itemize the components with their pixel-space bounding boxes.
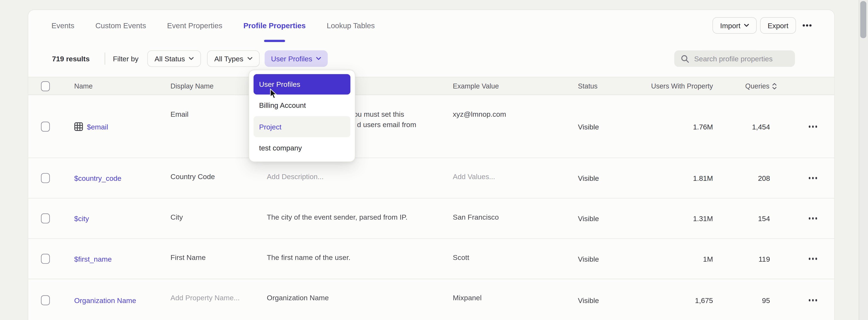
- row-checkbox[interactable]: [41, 173, 50, 183]
- users-with-property-cell: 1M: [647, 239, 713, 279]
- example-value-cell[interactable]: xyz@lmnop.com: [453, 96, 578, 158]
- table-row: Organization Name Add Property Name... O…: [28, 279, 834, 320]
- example-value-cell[interactable]: Add Values...: [453, 158, 578, 198]
- dot-icon: [810, 25, 811, 26]
- row-checkbox[interactable]: [41, 213, 50, 223]
- row-menu-button[interactable]: [808, 217, 817, 219]
- table-row: $country_code Country Code Add Descripti…: [28, 158, 834, 199]
- filter-bar: 719 results Filter by All Status All Typ…: [28, 50, 834, 67]
- dot-icon: [803, 25, 805, 26]
- import-button[interactable]: Import: [712, 17, 756, 34]
- chevron-down-icon: [744, 24, 749, 27]
- users-with-property-cell: 1,675: [647, 279, 713, 320]
- table-header: Name Display Name Description Example Va…: [28, 77, 834, 95]
- sort-icon[interactable]: [772, 83, 777, 89]
- description-cell[interactable]: The first name of the user.: [267, 239, 453, 279]
- description-fragment: d users email from: [357, 119, 453, 130]
- property-name-link[interactable]: $email: [87, 122, 108, 131]
- tab-lookup-tables[interactable]: Lookup Tables: [327, 21, 375, 30]
- table-row: $city City The city of the event sender,…: [28, 199, 834, 239]
- column-header-status[interactable]: Status: [578, 82, 647, 90]
- dropdown-item-user-profiles[interactable]: User Profiles: [253, 74, 350, 95]
- tab-profile-properties-label: Profile Properties: [243, 21, 306, 30]
- table-row: $email Email ou must set this d users em…: [28, 96, 834, 158]
- select-all-checkbox[interactable]: [41, 81, 50, 91]
- row-menu-button[interactable]: [808, 126, 817, 128]
- scrollbar-thumb[interactable]: [860, 1, 867, 38]
- chevron-down-icon: [247, 57, 252, 60]
- column-header-users-with-property[interactable]: Users With Property: [647, 82, 713, 90]
- dot-icon: [806, 25, 808, 26]
- display-name-cell[interactable]: Country Code: [170, 158, 267, 198]
- tab-events[interactable]: Events: [52, 21, 74, 30]
- queries-cell: 119: [713, 239, 773, 279]
- example-value-cell[interactable]: Mixpanel: [453, 279, 578, 320]
- status-cell: Visible: [578, 239, 647, 279]
- content-card: Events Custom Events Event Properties Pr…: [28, 9, 835, 320]
- search-input[interactable]: [694, 55, 788, 63]
- column-header-example-value[interactable]: Example Value: [453, 82, 578, 90]
- users-with-property-cell: 1.81M: [647, 158, 713, 198]
- dropdown-item-test-company[interactable]: test company: [253, 137, 350, 159]
- status-cell: Visible: [578, 158, 647, 198]
- description-cell[interactable]: Organization Name: [267, 279, 453, 320]
- property-name-link[interactable]: $first_name: [74, 255, 112, 263]
- tab-bar: Events Custom Events Event Properties Pr…: [28, 10, 834, 41]
- search-icon: [681, 55, 689, 63]
- dropdown-item-project[interactable]: Project: [253, 116, 350, 137]
- status-cell: Visible: [578, 279, 647, 320]
- row-menu-button[interactable]: [808, 258, 817, 260]
- dropdown-item-billing-account[interactable]: Billing Account: [253, 95, 350, 116]
- example-value-cell[interactable]: San Francisco: [453, 199, 578, 239]
- table-row: $first_name First Name The first name of…: [28, 239, 834, 279]
- example-value-cell[interactable]: Scott: [453, 239, 578, 279]
- row-checkbox[interactable]: [41, 254, 50, 264]
- status-cell: Visible: [578, 199, 647, 239]
- chevron-down-icon: [316, 57, 321, 60]
- status-filter-label: All Status: [154, 55, 185, 63]
- more-options-button[interactable]: [799, 17, 815, 34]
- chevron-down-icon: [189, 57, 194, 60]
- display-name-cell[interactable]: First Name: [170, 239, 267, 279]
- queries-cell: 1,454: [713, 96, 773, 158]
- column-header-name[interactable]: Name: [74, 82, 170, 90]
- filter-by-label: Filter by: [113, 55, 138, 63]
- description-cell[interactable]: The city of the event sender, parsed fro…: [267, 199, 453, 239]
- mouse-cursor-icon: [270, 88, 278, 100]
- row-checkbox[interactable]: [41, 121, 50, 132]
- property-name-link[interactable]: $country_code: [74, 174, 121, 182]
- users-with-property-cell: 1.31M: [647, 199, 713, 239]
- profile-type-dropdown-menu: User Profiles Billing Account Project te…: [249, 70, 355, 162]
- status-filter-dropdown[interactable]: All Status: [148, 50, 201, 67]
- tab-event-properties[interactable]: Event Properties: [167, 21, 222, 30]
- row-checkbox[interactable]: [41, 295, 50, 305]
- tabs: Events Custom Events Event Properties Pr…: [28, 21, 375, 30]
- tab-profile-properties[interactable]: Profile Properties: [243, 21, 306, 30]
- divider: [104, 52, 105, 65]
- export-button-label: Export: [768, 21, 788, 30]
- queries-cell: 154: [713, 199, 773, 239]
- description-cell[interactable]: Add Description...: [267, 158, 453, 198]
- row-menu-button[interactable]: [808, 177, 817, 179]
- description-fragment: ou must set this: [354, 109, 453, 119]
- profile-type-filter-label: User Profiles: [271, 55, 312, 63]
- display-name-cell[interactable]: Add Property Name...: [170, 279, 267, 320]
- property-name-link[interactable]: Organization Name: [74, 296, 136, 304]
- export-button[interactable]: Export: [760, 17, 796, 34]
- tab-custom-events[interactable]: Custom Events: [95, 21, 146, 30]
- active-tab-underline: [264, 39, 285, 42]
- scrollbar[interactable]: [859, 0, 868, 320]
- column-header-queries[interactable]: Queries: [713, 82, 773, 90]
- queries-cell: 208: [713, 158, 773, 198]
- results-count: 719 results: [52, 55, 90, 63]
- display-name-cell[interactable]: City: [170, 199, 267, 239]
- toolbar-actions: Import Export: [712, 17, 834, 34]
- type-filter-dropdown[interactable]: All Types: [207, 50, 259, 67]
- column-header-queries-label: Queries: [745, 82, 769, 90]
- table-body: $email Email ou must set this d users em…: [28, 96, 834, 320]
- property-name-link[interactable]: $city: [74, 214, 89, 223]
- search-box: [674, 50, 795, 67]
- row-menu-button[interactable]: [808, 299, 817, 301]
- profile-type-filter-dropdown[interactable]: User Profiles: [265, 50, 328, 67]
- users-with-property-cell: 1.76M: [647, 96, 713, 158]
